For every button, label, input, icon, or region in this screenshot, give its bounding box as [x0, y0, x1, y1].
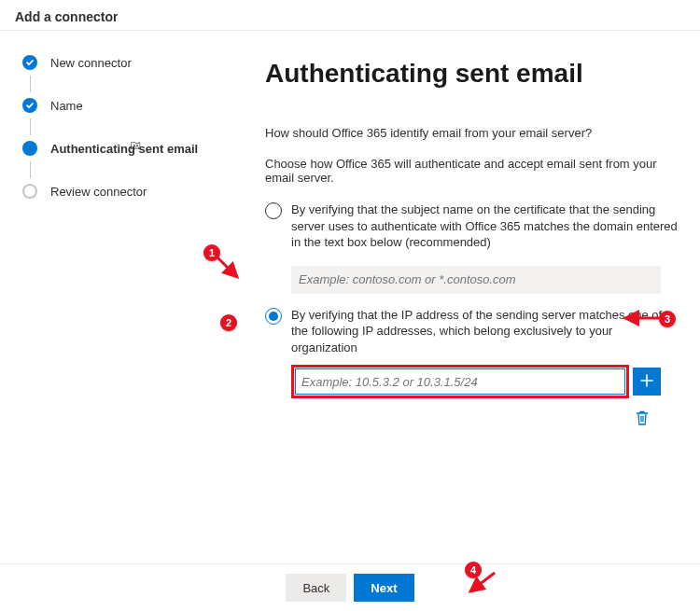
annotation-badge-4: 4 [465, 562, 482, 578]
footer-buttons: Back Next [0, 563, 700, 611]
wizard-steps: New connector Name Authenticating sent e… [0, 31, 228, 544]
step-connector-line [30, 76, 31, 92]
annotation-badge-2: 2 [220, 314, 237, 331]
radio-checked-icon[interactable] [265, 308, 282, 325]
option-label: By verifying that the subject name on th… [291, 201, 681, 251]
main-content: Authenticating sent email How should Off… [228, 31, 700, 544]
plus-icon [640, 374, 653, 390]
next-button[interactable]: Next [354, 574, 413, 602]
step-review[interactable]: Review connector [22, 178, 228, 204]
step-name[interactable]: Name [22, 92, 228, 118]
step-connector-line [30, 161, 31, 178]
add-ip-button[interactable] [633, 368, 661, 396]
step-label: Authenticating sent email [50, 142, 198, 156]
step-authenticating[interactable]: Authenticating sent email [22, 135, 228, 161]
step-label: Review connector [50, 185, 147, 199]
back-button[interactable]: Back [286, 574, 346, 602]
annotation-arrow-3 [620, 305, 663, 331]
step-new-connector[interactable]: New connector [22, 49, 228, 76]
question-text: How should Office 365 identify email fro… [265, 126, 681, 140]
annotation-badge-3: 3 [659, 311, 676, 327]
pending-step-icon [22, 184, 37, 199]
option-certificate[interactable]: By verifying that the subject name on th… [265, 201, 681, 251]
delete-ip-button[interactable] [635, 410, 650, 426]
dialog-title: Add a connector [15, 9, 118, 24]
instruction-text: Choose how Office 365 will authenticate … [265, 157, 681, 185]
active-step-icon [22, 141, 37, 156]
ip-address-input[interactable] [295, 368, 625, 395]
domain-input [291, 266, 661, 294]
page-title: Authenticating sent email [265, 59, 681, 89]
annotation-highlight-box [291, 365, 629, 398]
step-label: New connector [50, 56, 132, 70]
dialog-header: Add a connector [0, 0, 700, 31]
check-icon [22, 98, 37, 113]
radio-unchecked-icon[interactable] [265, 202, 282, 219]
step-connector-line [30, 118, 31, 135]
check-icon [22, 55, 37, 70]
step-label: Name [50, 99, 83, 113]
annotation-badge-1: 1 [203, 244, 220, 261]
